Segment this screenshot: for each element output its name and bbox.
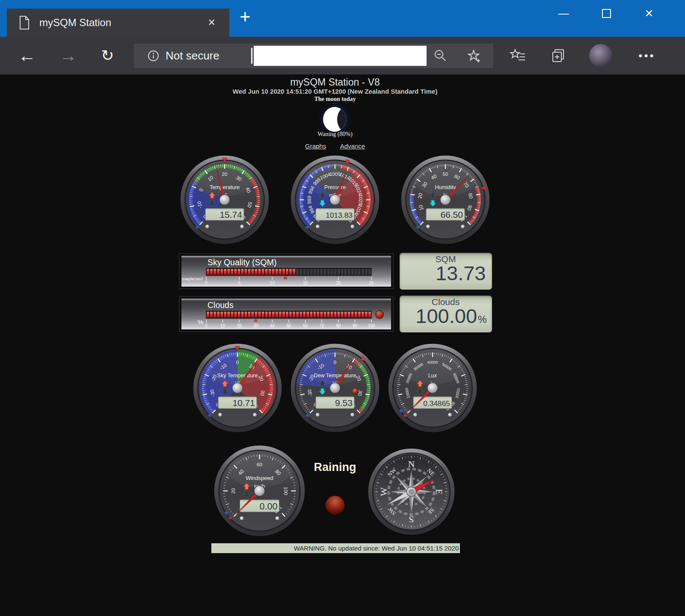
window-minimize-button[interactable]: — [542,0,585,27]
svg-text:30: 30 [253,323,258,328]
svg-text:20: 20 [237,323,242,328]
browser-titlebar: mySQM Station ✕ + — ✕ [0,0,685,37]
favorites-hub-icon[interactable] [509,48,526,63]
pressure-gauge: 9799849899949991004100910141019102410291… [290,155,380,245]
svg-text:0: 0 [236,360,239,365]
browser-tab[interactable]: mySQM Station ✕ [7,9,229,37]
raining-led-indicator [326,496,344,515]
svg-text:9.53: 9.53 [335,398,353,408]
page-timestamp: Wed Jun 10 2020 14:51:20 GMT+1200 (New Z… [0,88,670,95]
svg-text:100: 100 [368,323,375,328]
svg-text:30: 30 [260,390,266,396]
gauge-row-1: -20-100102030405060Temperature°C15.74 97… [0,155,670,245]
web-page: mySQM Station - V8 Wed Jun 10 2020 14:51… [0,74,685,616]
clouds-display: Clouds 100.00% [400,296,492,332]
refresh-button[interactable]: ↻ [101,47,114,65]
graphs-link[interactable]: Graphs [305,142,326,150]
window-maximize-button[interactable] [585,0,628,27]
wind-direction-compass: NNEESESSWWNW [368,448,455,536]
svg-text:10: 10 [270,281,275,285]
page-links: Graphs Advance [0,142,670,150]
svg-text:%: % [197,318,203,326]
svg-text:Sky Quality (SQM): Sky Quality (SQM) [208,258,276,267]
svg-text:20: 20 [417,192,423,199]
svg-text:50: 50 [247,201,253,208]
collections-icon[interactable] [550,47,567,64]
svg-text:S: S [409,514,414,524]
svg-text:Humidity: Humidity [435,184,457,190]
dew-temperature-gauge: -40-30-20-10010203040Dew Temperature°C9.… [290,343,380,433]
svg-text:N: N [408,459,415,469]
warning-banner: WARNING. No updated since: Wed Jun 10 04… [211,543,460,553]
zoom-out-icon[interactable] [433,49,448,63]
svg-text:Clouds: Clouds [208,300,234,310]
lux-gauge: 0100002000030000400005000060000700008000… [388,343,477,433]
svg-text:90: 90 [352,323,357,328]
advance-link[interactable]: Advance [340,142,365,150]
svg-text:1013.83: 1013.83 [326,211,353,219]
svg-text:0: 0 [334,360,336,365]
svg-text:989: 989 [307,195,312,204]
raining-label: Raining [301,461,369,474]
svg-text:10: 10 [220,323,225,328]
svg-text:Sky Temperature: Sky Temperature [217,373,258,379]
svg-text:20: 20 [336,281,341,285]
svg-text:20: 20 [230,488,236,494]
svg-text:80: 80 [336,323,341,328]
security-label: Not secure [166,49,219,62]
svg-text:0: 0 [205,323,208,328]
svg-text:100: 100 [283,487,289,495]
svg-text:40: 40 [270,323,275,328]
svg-text:10.71: 10.71 [232,398,255,408]
page-favicon-icon [19,16,30,30]
svg-text:60: 60 [257,462,263,468]
svg-text:50: 50 [443,172,448,177]
more-menu-icon[interactable]: ••• [634,49,660,62]
svg-text:50: 50 [286,323,291,328]
sqm-display-value: 13.73 [436,261,486,285]
clouds-display-suffix: % [478,314,486,326]
svg-text:Temperature: Temperature [210,184,240,190]
sky-temperature-gauge: -40-30-20-10010203040Sky Temperature°C10… [193,343,282,433]
window-close-button[interactable]: ✕ [628,0,670,27]
clouds-row: Clouds%0102030405060708090100 Clouds 100… [0,296,670,332]
svg-text:0.34865: 0.34865 [423,399,450,408]
svg-text:0.00: 0.00 [260,501,278,512]
new-tab-button[interactable]: + [235,6,255,27]
svg-text:Windspeed: Windspeed [246,475,273,481]
add-favorite-icon[interactable] [467,49,481,63]
maximize-icon [602,9,611,18]
info-icon[interactable] [148,50,159,62]
profile-avatar[interactable] [589,44,612,67]
svg-text:40000: 40000 [427,360,438,364]
svg-text:60: 60 [303,323,308,328]
svg-text:W: W [379,487,389,496]
svg-text:70: 70 [319,323,324,328]
svg-text:15.74: 15.74 [219,210,242,219]
windspeed-gauge: 020406080100120Windspeedkm/h0.00 [214,445,305,537]
svg-text:20: 20 [222,172,228,177]
svg-text:Dew Temperature: Dew Temperature [314,373,356,379]
svg-text:15: 15 [303,281,308,285]
svg-text:0: 0 [205,281,208,285]
gauge-row-2: -40-30-20-10010203040Sky Temperature°C10… [0,343,670,433]
address-input[interactable] [254,46,427,66]
clouds-display-value: 100.00 [415,304,477,328]
svg-text:5: 5 [238,281,240,285]
address-bar[interactable]: Not secure [134,44,493,68]
tab-close-icon[interactable]: ✕ [205,15,219,30]
svg-text:25: 25 [369,281,374,285]
browser-toolbar: ← → ↻ Not secure ••• [0,37,685,74]
text-caret [251,48,252,64]
svg-text:Pressure: Pressure [324,184,346,190]
tab-title: mySQM Station [39,17,205,29]
back-button[interactable]: ← [18,45,36,66]
humidity-gauge: 0102030405060708090100Humidity%66.50 [400,155,490,245]
sky-quality-bar-gauge: Sky Quality (SQM)mag/arcsec²0510152025 [178,253,394,290]
sqm-display: SQM 13.73 [400,253,492,290]
clouds-bar-gauge: Clouds%0102030405060708090100 [178,296,394,332]
forward-button[interactable]: → [59,45,77,66]
svg-text:E: E [434,489,444,495]
svg-text:80: 80 [468,192,474,199]
page-title: mySQM Station - V8 [0,77,670,88]
